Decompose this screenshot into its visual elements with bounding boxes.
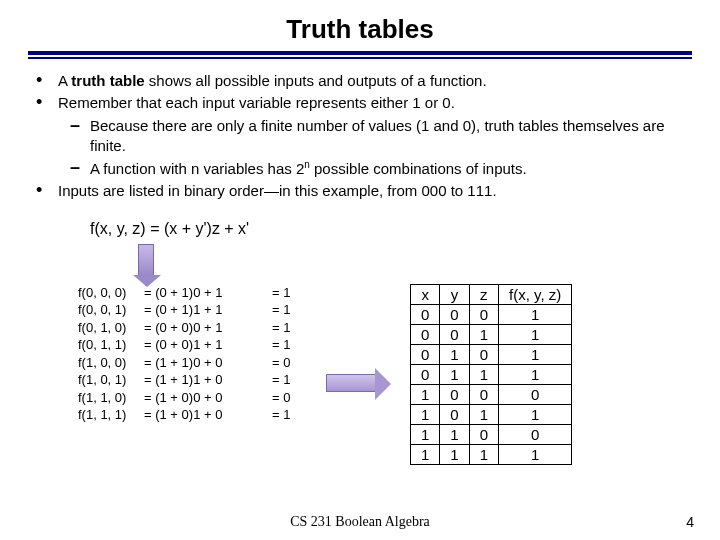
table-header: x: [411, 284, 440, 304]
bullet-mark: •: [36, 93, 58, 113]
table-row: 1000: [411, 384, 572, 404]
table-cell: 1: [469, 404, 498, 424]
bullet-mark: •: [36, 181, 58, 201]
table-row: 1011: [411, 404, 572, 424]
dash-mark: –: [70, 158, 90, 179]
table-row: 0101: [411, 344, 572, 364]
eval-cell: = 1: [272, 371, 298, 389]
formula: f(x, y, z) = (x + y')z + x': [90, 220, 692, 238]
table-cell: 1: [440, 444, 469, 464]
table-cell: 0: [499, 384, 572, 404]
sub-bullet-item: – Because there are only a finite number…: [70, 116, 692, 157]
table-cell: 0: [440, 324, 469, 344]
table-cell: 0: [469, 304, 498, 324]
eval-row: f(0, 1, 1)= (0 + 0)1 + 1= 1: [78, 336, 298, 354]
eval-cell: = 1: [272, 284, 298, 302]
table-cell: 1: [411, 424, 440, 444]
table-cell: 0: [469, 384, 498, 404]
table-row: 1111: [411, 444, 572, 464]
table-header: f(x, y, z): [499, 284, 572, 304]
eval-cell: f(1, 1, 0): [78, 389, 136, 407]
eval-cell: = (0 + 0)0 + 1: [144, 319, 264, 337]
eval-cell: = 1: [272, 319, 298, 337]
table-cell: 0: [411, 304, 440, 324]
bullet-text: Because there are only a finite number o…: [90, 116, 692, 157]
eval-row: f(0, 0, 0)= (0 + 1)0 + 1= 1: [78, 284, 298, 302]
eval-cell: = (0 + 0)1 + 1: [144, 336, 264, 354]
table-cell: 1: [499, 304, 572, 324]
table-cell: 0: [469, 344, 498, 364]
table-cell: 0: [440, 384, 469, 404]
bullet-item: • Remember that each input variable repr…: [36, 93, 692, 113]
table-cell: 0: [469, 424, 498, 444]
table-cell: 1: [499, 344, 572, 364]
eval-cell: f(1, 0, 0): [78, 354, 136, 372]
dash-mark: –: [70, 116, 90, 157]
sub-bullet-item: – A function with n variables has 2n pos…: [70, 158, 692, 179]
eval-cell: = (0 + 1)1 + 1: [144, 301, 264, 319]
bullet-text: A function with n variables has 2n possi…: [90, 158, 692, 179]
eval-row: f(0, 1, 0)= (0 + 0)0 + 1= 1: [78, 319, 298, 337]
eval-cell: f(0, 0, 1): [78, 301, 136, 319]
eval-cell: f(0, 0, 0): [78, 284, 136, 302]
table-cell: 0: [411, 324, 440, 344]
eval-row: f(1, 0, 1)= (1 + 1)1 + 0= 1: [78, 371, 298, 389]
table-cell: 1: [411, 444, 440, 464]
table-cell: 1: [411, 384, 440, 404]
table-cell: 1: [499, 444, 572, 464]
table-cell: 1: [469, 444, 498, 464]
table-header: y: [440, 284, 469, 304]
table-cell: 1: [499, 404, 572, 424]
divider-thin: [28, 57, 692, 59]
bullet-item: • Inputs are listed in binary order—in t…: [36, 181, 692, 201]
bullet-item: • A truth table shows all possible input…: [36, 71, 692, 91]
table-cell: 0: [499, 424, 572, 444]
eval-row: f(0, 0, 1)= (0 + 1)1 + 1= 1: [78, 301, 298, 319]
table-row: 0011: [411, 324, 572, 344]
table-cell: 1: [499, 324, 572, 344]
eval-cell: = 0: [272, 389, 298, 407]
table-cell: 1: [440, 344, 469, 364]
eval-row: f(1, 1, 0)= (1 + 0)0 + 0= 0: [78, 389, 298, 407]
eval-cell: = 0: [272, 354, 298, 372]
eval-row: f(1, 0, 0)= (1 + 1)0 + 0= 0: [78, 354, 298, 372]
eval-cell: = 1: [272, 336, 298, 354]
bullet-text: A truth table shows all possible inputs …: [58, 71, 692, 91]
bullet-text: Remember that each input variable repres…: [58, 93, 692, 113]
table-cell: 0: [440, 404, 469, 424]
arrow-down-icon: [138, 244, 692, 276]
table-cell: 0: [411, 344, 440, 364]
table-header: z: [469, 284, 498, 304]
table-cell: 1: [469, 364, 498, 384]
table-cell: 1: [440, 364, 469, 384]
eval-cell: = (1 + 1)1 + 0: [144, 371, 264, 389]
table-cell: 1: [411, 404, 440, 424]
table-cell: 1: [469, 324, 498, 344]
eval-row: f(1, 1, 1)= (1 + 0)1 + 0= 1: [78, 406, 298, 424]
table-cell: 0: [411, 364, 440, 384]
eval-cell: f(1, 0, 1): [78, 371, 136, 389]
footer-text: CS 231 Boolean Algebra: [0, 514, 720, 530]
table-row: 0111: [411, 364, 572, 384]
slide-title: Truth tables: [28, 14, 692, 45]
table-row: 1100: [411, 424, 572, 444]
eval-cell: f(1, 1, 1): [78, 406, 136, 424]
table-cell: 1: [499, 364, 572, 384]
evaluation-list: f(0, 0, 0)= (0 + 1)0 + 1= 1f(0, 0, 1)= (…: [78, 284, 298, 424]
eval-cell: = 1: [272, 301, 298, 319]
truth-table: xyzf(x, y, z) 00010011010101111000101111…: [410, 284, 572, 465]
eval-cell: f(0, 1, 0): [78, 319, 136, 337]
bullet-list: • A truth table shows all possible input…: [28, 71, 692, 202]
table-cell: 1: [440, 424, 469, 444]
table-row: 0001: [411, 304, 572, 324]
eval-cell: = (1 + 0)1 + 0: [144, 406, 264, 424]
eval-cell: = (0 + 1)0 + 1: [144, 284, 264, 302]
bullet-text: Inputs are listed in binary order—in thi…: [58, 181, 692, 201]
eval-cell: = (1 + 1)0 + 0: [144, 354, 264, 372]
arrow-right-icon: [326, 374, 376, 392]
eval-cell: = (1 + 0)0 + 0: [144, 389, 264, 407]
eval-cell: = 1: [272, 406, 298, 424]
bullet-mark: •: [36, 71, 58, 91]
page-number: 4: [686, 514, 694, 530]
table-cell: 0: [440, 304, 469, 324]
